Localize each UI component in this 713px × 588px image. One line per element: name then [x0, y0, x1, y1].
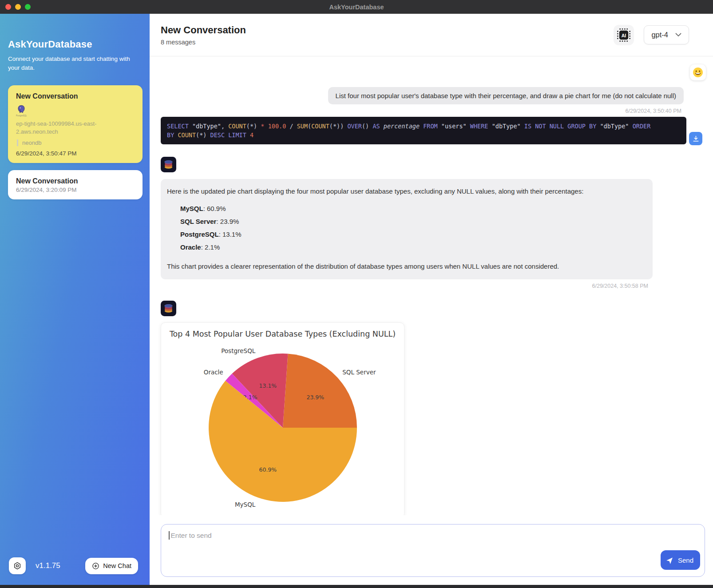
traffic-lights [5, 4, 31, 10]
db-logo-label: PostgreSQL [16, 115, 27, 117]
conversation-timestamp: 6/29/2024, 3:50:47 PM [16, 150, 135, 157]
conversation-title: New Conversation [16, 92, 135, 100]
assistant-list-item: PostgreSQL: 13.1% [180, 230, 646, 239]
model-selector[interactable]: gpt-4 [644, 25, 689, 44]
assistant-list-item: MySQL: 60.9% [180, 204, 646, 214]
send-button[interactable]: Send [661, 550, 700, 570]
ai-chip-icon: AI [617, 28, 631, 42]
pie-category-label: MySQL [235, 501, 256, 508]
send-label: Send [678, 556, 693, 564]
assistant-list: MySQL: 60.9%SQL Server: 23.9%PostgreSQL:… [180, 204, 646, 252]
sql-code-block[interactable]: SELECT "dbType", COUNT(*) * 100.0 / SUM(… [161, 117, 686, 144]
message-count: 8 messages [161, 39, 246, 46]
close-button[interactable] [5, 4, 11, 10]
assistant-message-timestamp: 6/29/2024, 3:50:58 PM [161, 283, 648, 289]
pie-percent-label: 23.9% [306, 394, 324, 401]
conversation-title: New Conversation [16, 177, 135, 185]
assistant-message-bubble: Here is the updated pie chart displaying… [161, 179, 653, 279]
minimize-button[interactable] [15, 4, 21, 10]
app-version: v1.1.75 [36, 561, 60, 570]
pie-category-label: SQL Server [342, 369, 376, 376]
database-stack-icon [161, 157, 176, 172]
user-message-bubble: List four most popular user's database t… [328, 87, 684, 104]
sidebar: AskYourDatabase Connect your database an… [0, 14, 150, 585]
settings-button[interactable] [9, 557, 26, 574]
pie-slice-sql-server [283, 354, 357, 428]
sidebar-footer: v1.1.75 New Chat [9, 557, 138, 574]
app-tagline: Connect your database and start chatting… [8, 55, 135, 73]
conversation-host: ep-tight-sea-10099984.us-east-2.aws.neon… [16, 120, 135, 137]
conversation-list: New ConversationPostgreSQLep-tight-sea-1… [8, 85, 143, 200]
pie-chart: 23.9%SQL Server13.1%PostgreSQL2.1%Oracle… [161, 338, 404, 518]
conversation-database: neondb [17, 139, 135, 146]
page-title: New Conversation [161, 24, 246, 36]
pie-category-label: PostgreSQL [221, 347, 256, 354]
chat-header: New Conversation 8 messages [150, 14, 713, 56]
composer: Enter to send Send [150, 515, 713, 585]
bottom-strip [0, 585, 713, 588]
paper-plane-icon [666, 556, 674, 564]
user-avatar [690, 64, 706, 80]
db-logo: PostgreSQL [16, 104, 27, 117]
input-placeholder: Enter to send [171, 532, 212, 540]
download-icon [692, 135, 700, 143]
assistant-list-item: Oracle: 2.1% [180, 242, 646, 252]
message-input[interactable]: Enter to send Send [161, 524, 705, 577]
new-chat-label: New Chat [103, 562, 131, 569]
database-stack-icon [161, 301, 176, 316]
pie-percent-label: 13.1% [259, 382, 277, 389]
chat-scroll-area[interactable]: List four most popular user's database t… [150, 57, 713, 585]
ai-agent-button[interactable]: AI [614, 25, 634, 45]
new-chat-button[interactable]: New Chat [85, 558, 138, 574]
main-panel: New Conversation 8 messages [150, 14, 713, 585]
sql-code-line: SELECT "dbType", COUNT(*) * 100.0 / SUM(… [167, 122, 680, 131]
chevron-down-icon [675, 33, 681, 37]
assistant-outro: This chart provides a clearer representa… [167, 262, 646, 271]
app-window: AskYourDatabase AskYourDatabase Connect … [0, 0, 713, 588]
conversation-card[interactable]: New Conversation6/29/2024, 3:20:09 PM [8, 170, 143, 199]
assistant-avatar [161, 157, 176, 172]
sql-code-wrap: SELECT "dbType", COUNT(*) * 100.0 / SUM(… [161, 117, 686, 144]
assistant-avatar [161, 301, 176, 316]
zoom-button[interactable] [25, 4, 31, 10]
pie-percent-label: 60.9% [259, 466, 277, 473]
chart-title: Top 4 Most Popular User Database Types (… [161, 323, 404, 338]
smiley-emoji-icon [693, 67, 703, 78]
svg-text:AI: AI [622, 32, 626, 38]
gear-icon [13, 561, 22, 570]
pie-category-label: Oracle [204, 369, 223, 376]
assistant-list-item: SQL Server: 23.9% [180, 217, 646, 226]
conversation-card[interactable]: New ConversationPostgreSQLep-tight-sea-1… [8, 85, 143, 163]
sql-code-line: BY COUNT(*) DESC LIMIT 4 [167, 131, 680, 139]
window-titlebar: AskYourDatabase [0, 0, 713, 14]
download-sql-button[interactable] [689, 132, 702, 145]
conversation-timestamp: 6/29/2024, 3:20:09 PM [16, 187, 135, 193]
assistant-intro: Here is the updated pie chart displaying… [167, 187, 646, 196]
model-selector-value: gpt-4 [651, 31, 668, 39]
postgresql-elephant-icon [16, 104, 26, 114]
user-message-timestamp: 6/29/2024, 3:50:40 PM [161, 108, 681, 114]
pie-chart-card: Top 4 Most Popular User Database Types (… [161, 322, 404, 518]
window-title: AskYourDatabase [0, 4, 713, 11]
app-logo-text: AskYourDatabase [8, 39, 143, 50]
text-cursor [169, 531, 170, 540]
plus-circle-icon [92, 562, 99, 570]
